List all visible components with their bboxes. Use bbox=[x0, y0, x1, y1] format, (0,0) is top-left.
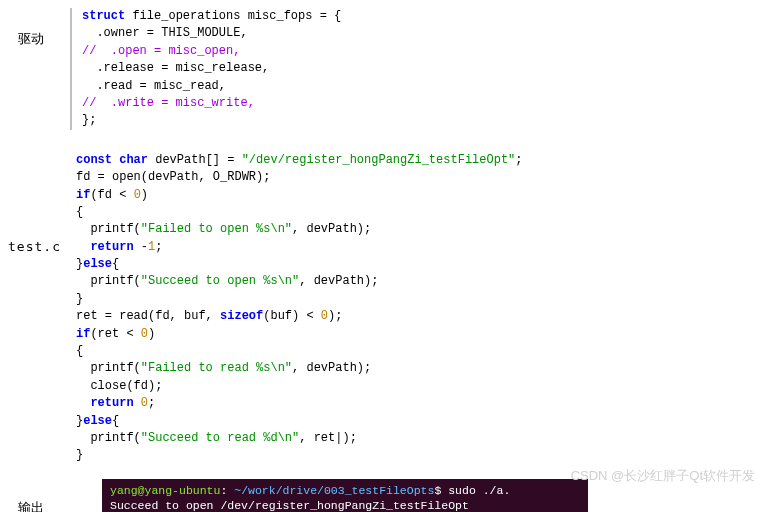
kw-sizeof: sizeof bbox=[220, 309, 263, 323]
code: - bbox=[134, 240, 148, 254]
code: } bbox=[76, 292, 83, 306]
code: ) bbox=[148, 327, 155, 341]
kw-constchar: const char bbox=[76, 153, 148, 167]
term-user: yang@yang-ubuntu bbox=[110, 484, 220, 497]
code: file_operations misc_fops = { bbox=[125, 9, 341, 23]
code bbox=[134, 396, 141, 410]
code: ); bbox=[328, 309, 342, 323]
code bbox=[76, 396, 90, 410]
string: "Failed to open %s\n" bbox=[141, 222, 292, 236]
string: "Failed to read %s\n" bbox=[141, 361, 292, 375]
code: fd = open(devPath, O_RDWR); bbox=[76, 170, 270, 184]
code: .read = misc_read, bbox=[82, 79, 226, 93]
kw-if: if bbox=[76, 327, 90, 341]
kw-return: return bbox=[90, 240, 133, 254]
code: close(fd); bbox=[76, 379, 162, 393]
code: } bbox=[76, 448, 83, 462]
string: "Succeed to open %s\n" bbox=[141, 274, 299, 288]
code: printf( bbox=[76, 361, 141, 375]
code: , devPath); bbox=[292, 222, 371, 236]
code: ) bbox=[141, 188, 148, 202]
driver-code: struct file_operations misc_fops = { .ow… bbox=[82, 8, 341, 130]
num: 0 bbox=[321, 309, 328, 323]
section-label-output: 输出 bbox=[18, 479, 62, 512]
gutter bbox=[70, 8, 72, 130]
term-cmd: $ sudo ./a. bbox=[434, 484, 510, 497]
code bbox=[76, 240, 90, 254]
string: "/dev/register_hongPangZi_testFileOpt" bbox=[242, 153, 516, 167]
term-path: ~/work/drive/003_testFileOpts bbox=[234, 484, 434, 497]
code: { bbox=[76, 344, 83, 358]
code: printf( bbox=[76, 274, 141, 288]
code: { bbox=[112, 257, 119, 271]
code: .release = misc_release, bbox=[82, 61, 269, 75]
code: printf( bbox=[76, 431, 141, 445]
code: ; bbox=[155, 240, 162, 254]
code: { bbox=[112, 414, 119, 428]
string: "Succeed to read %d\n" bbox=[141, 431, 299, 445]
testc-code: const char devPath[] = "/dev/register_ho… bbox=[76, 152, 523, 465]
code: ret = read(fd, buf, bbox=[76, 309, 220, 323]
code: (fd < bbox=[90, 188, 133, 202]
code: devPath[] = bbox=[148, 153, 242, 167]
num: 0 bbox=[141, 327, 148, 341]
comment: // .write = misc_write, bbox=[82, 96, 255, 110]
terminal-output: yang@yang-ubuntu: ~/work/drive/003_testF… bbox=[102, 479, 588, 512]
term-line: Succeed to open /dev/register_hongPangZi… bbox=[110, 499, 469, 512]
section-label-driver: 驱动 bbox=[18, 8, 70, 49]
code: printf( bbox=[76, 222, 141, 236]
code: { bbox=[76, 205, 83, 219]
section-label-testc: test.c bbox=[8, 152, 76, 257]
kw-struct: struct bbox=[82, 9, 125, 23]
code: , devPath); bbox=[299, 274, 378, 288]
kw-return: return bbox=[90, 396, 133, 410]
num: 0 bbox=[134, 188, 141, 202]
kw-else: else bbox=[83, 414, 112, 428]
code: }; bbox=[82, 113, 96, 127]
code: ; bbox=[515, 153, 522, 167]
kw-else: else bbox=[83, 257, 112, 271]
code: , devPath); bbox=[292, 361, 371, 375]
code: , ret|); bbox=[299, 431, 357, 445]
kw-if: if bbox=[76, 188, 90, 202]
code: (ret < bbox=[90, 327, 140, 341]
code: (buf) < bbox=[263, 309, 321, 323]
num: 0 bbox=[141, 396, 148, 410]
code: ; bbox=[148, 396, 155, 410]
code: .owner = THIS_MODULE, bbox=[82, 26, 248, 40]
term-sep: : bbox=[220, 484, 234, 497]
comment: // .open = misc_open, bbox=[82, 44, 240, 58]
